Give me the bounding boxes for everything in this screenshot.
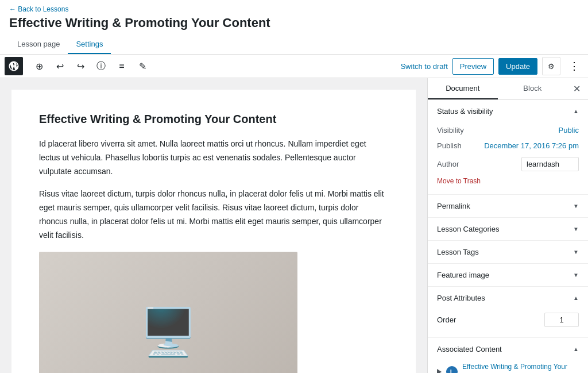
featured-image-label: Featured image [437,271,489,279]
status-visibility-header[interactable]: Status & visibility ▲ [428,100,588,122]
post-attributes-label: Post Attributes [437,294,485,302]
info-button[interactable]: ⓘ [92,57,110,75]
post-attributes-chevron-up: ▲ [573,295,579,301]
undo-button[interactable]: ↩ [51,57,69,75]
tabs-bar: Lesson page Settings [9,35,579,54]
permalink-header[interactable]: Permalink ▼ [428,195,588,217]
lesson-tags-section: Lesson Tags ▼ [428,241,588,264]
lesson-categories-section: Lesson Categories ▼ [428,218,588,241]
move-to-trash-row: Move to Trash [437,175,579,187]
laptop-image [39,252,297,373]
status-section-body: Visibility Public Publish December 17, 2… [428,122,588,194]
content-para-1: Id placerat libero viverra sit amet. Nul… [39,137,388,178]
lesson-tags-header[interactable]: Lesson Tags ▼ [428,241,588,263]
list-view-button[interactable]: ≡ [113,57,131,75]
edit-button[interactable]: ✎ [133,57,152,75]
admin-bar: ← Back to Lessons Effective Writing & Pr… [0,0,588,55]
publish-label: Publish [437,141,462,150]
update-button[interactable]: Update [498,58,537,75]
content-image [39,252,297,373]
lesson-tags-label: Lesson Tags [437,248,479,256]
move-to-trash-link[interactable]: Move to Trash [437,175,481,187]
visibility-row: Visibility Public [437,122,579,138]
tab-lesson-page[interactable]: Lesson page [9,35,68,54]
associated-content-label: Associated Content [437,345,502,353]
preview-button[interactable]: Preview [452,58,494,75]
author-label: Author [437,160,459,168]
permalink-chevron: ▼ [573,203,579,209]
author-select[interactable]: learndash [521,157,579,171]
post-attributes-section: Post Attributes ▲ Order [428,287,588,338]
featured-image-chevron: ▼ [573,272,579,278]
back-link[interactable]: ← Back to Lessons [9,5,68,13]
featured-image-header[interactable]: Featured image ▼ [428,264,588,286]
editor-content: Effective Writing & Promoting Your Conte… [11,90,416,373]
associated-content-section: Associated Content ▲ L Effective Writing… [428,338,588,373]
lesson-categories-header[interactable]: Lesson Categories ▼ [428,218,588,240]
add-block-button[interactable]: ⊕ [30,57,48,75]
toolbar-right: Switch to draft Preview Update ⚙ ⋮ [400,57,583,75]
editor-area: Effective Writing & Promoting Your Conte… [0,78,427,373]
page-title: Effective Writing & Promoting Your Conte… [9,13,579,35]
editor-toolbar: ⊕ ↩ ↪ ⓘ ≡ ✎ Switch to draft Preview Upda… [0,55,588,78]
order-label: Order [437,316,456,324]
author-row: Author learndash [437,153,579,175]
featured-image-section: Featured image ▼ [428,264,588,287]
sidebar-tabs: Document Block ✕ [428,78,588,100]
redo-button[interactable]: ↪ [71,57,90,75]
lesson-categories-chevron: ▼ [573,226,579,232]
more-options-button[interactable]: ⋮ [565,57,583,75]
wp-logo[interactable] [5,57,23,75]
expand-triangle-1[interactable] [437,369,442,373]
sidebar-tab-block[interactable]: Block [498,78,568,99]
permalink-section: Permalink ▼ [428,195,588,218]
sidebar-close-button[interactable]: ✕ [567,80,586,98]
status-visibility-chevron-up: ▲ [573,108,579,114]
order-input[interactable] [544,313,579,327]
lesson-tags-chevron: ▼ [573,249,579,255]
tab-settings[interactable]: Settings [68,35,111,54]
switch-draft-link[interactable]: Switch to draft [400,62,447,71]
associated-content-body: L Effective Writing & Promoting Your Con… [428,360,588,373]
list-item: L Effective Writing & Promoting Your Con… [437,360,579,373]
order-row: Order [437,309,579,330]
status-visibility-section: Status & visibility ▲ Visibility Public … [428,100,588,195]
wp-logo-icon [8,60,20,72]
visibility-label: Visibility [437,126,464,134]
content-para-2: Risus vitae laoreet dictum, turpis dolor… [39,187,388,242]
post-attributes-header[interactable]: Post Attributes ▲ [428,287,588,309]
lesson-categories-label: Lesson Categories [437,225,499,233]
sidebar: Document Block ✕ Status & visibility ▲ V… [427,78,588,373]
publish-row: Publish December 17, 2016 7:26 pm [437,138,579,153]
visibility-value[interactable]: Public [559,126,579,134]
permalink-label: Permalink [437,202,470,210]
main-layout: Effective Writing & Promoting Your Conte… [0,78,588,373]
associated-content-chevron-up: ▲ [573,346,579,352]
sidebar-tab-document[interactable]: Document [428,78,498,99]
order-section-body: Order [428,309,588,337]
content-title: Effective Writing & Promoting Your Conte… [39,113,388,126]
associated-content-header[interactable]: Associated Content ▲ [428,338,588,360]
settings-gear-button[interactable]: ⚙ [542,57,560,75]
publish-value[interactable]: December 17, 2016 7:26 pm [484,141,579,150]
assoc-link-1[interactable]: Effective Writing & Promoting Your Conte… [462,363,579,373]
status-visibility-label: Status & visibility [437,107,493,116]
assoc-icon-1: L [446,366,458,373]
